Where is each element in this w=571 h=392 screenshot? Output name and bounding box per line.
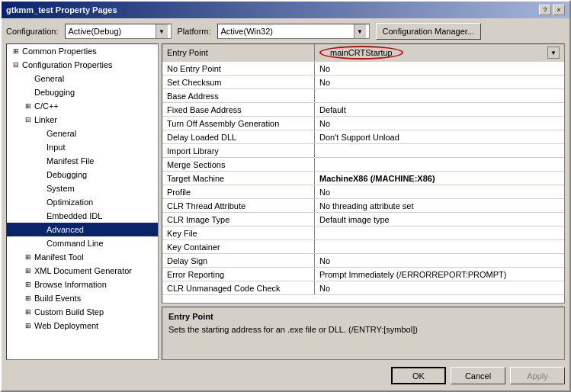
prop-row-base-address[interactable]: Base Address bbox=[162, 89, 564, 103]
platform-value: Active(Win32) bbox=[221, 27, 354, 36]
tree-item-linker-system[interactable]: System bbox=[7, 182, 158, 195]
apply-button[interactable]: Apply bbox=[510, 367, 565, 384]
prop-row-merge-sections[interactable]: Merge Sections bbox=[162, 158, 564, 172]
help-button[interactable]: ? bbox=[539, 5, 551, 15]
tree-item-xml-doc-gen[interactable]: ⊞XML Document Generator bbox=[7, 264, 158, 278]
tree-item-cpp[interactable]: ⊞C/C++ bbox=[7, 99, 158, 113]
expand-icon bbox=[34, 223, 47, 236]
prop-row-key-file[interactable]: Key File bbox=[162, 227, 564, 240]
prop-name-delay-loaded-dll: Delay Loaded DLL bbox=[162, 130, 315, 143]
tree-item-config-props[interactable]: ⊟Configuration Properties bbox=[7, 58, 158, 72]
prop-dropdown-arrow[interactable]: ▼ bbox=[547, 47, 560, 59]
expand-icon bbox=[34, 182, 47, 194]
tree-item-label: Advanced bbox=[47, 225, 84, 234]
title-bar-controls: ? × bbox=[539, 5, 565, 15]
prop-row-no-entry-point[interactable]: No Entry PointNo bbox=[162, 62, 564, 76]
prop-value-key-container bbox=[315, 240, 564, 253]
expand-icon: ⊞ bbox=[22, 265, 34, 277]
prop-row-profile[interactable]: ProfileNo bbox=[162, 185, 564, 199]
tree-item-general[interactable]: General bbox=[7, 72, 158, 85]
expand-icon: ⊞ bbox=[10, 45, 22, 57]
prop-value-base-address bbox=[315, 89, 564, 102]
tree-item-label: Web Deployment bbox=[34, 321, 98, 330]
prop-name-error-reporting: Error Reporting bbox=[162, 268, 315, 281]
prop-name-entry-point: Entry Point bbox=[162, 44, 315, 61]
tree-item-linker-input[interactable]: Input bbox=[7, 140, 158, 154]
prop-row-entry-point[interactable]: Entry PointmainCRTStartup▼ bbox=[162, 44, 564, 62]
tree-item-label: Debugging bbox=[47, 170, 87, 179]
tree-item-build-events[interactable]: ⊞Build Events bbox=[7, 291, 158, 305]
prop-row-key-container[interactable]: Key Container bbox=[162, 240, 564, 254]
tree-item-manifest-tool[interactable]: ⊞Manifest Tool bbox=[7, 250, 158, 264]
tree-panel: ⊞Common Properties⊟Configuration Propert… bbox=[6, 43, 159, 360]
tree-item-linker-advanced[interactable]: Advanced bbox=[7, 223, 158, 236]
tree-item-label: C/C++ bbox=[34, 101, 59, 111]
prop-name-key-file: Key File bbox=[162, 227, 315, 239]
title-bar: gtkmm_test Property Pages ? × bbox=[2, 2, 569, 18]
prop-row-delay-sign[interactable]: Delay SignNo bbox=[162, 254, 564, 268]
tree-item-label: System bbox=[47, 184, 75, 193]
prop-value-entry-point[interactable]: mainCRTStartup▼ bbox=[315, 44, 564, 61]
platform-dropdown[interactable]: Active(Win32) ▼ bbox=[217, 24, 370, 39]
description-panel: Entry Point Sets the starting address fo… bbox=[162, 307, 565, 360]
prop-name-no-entry-point: No Entry Point bbox=[162, 62, 315, 75]
tree-item-label: XML Document Generator bbox=[34, 266, 132, 275]
expand-icon bbox=[34, 237, 47, 249]
platform-dropdown-arrow: ▼ bbox=[354, 24, 366, 38]
tree-item-label: General bbox=[47, 129, 76, 138]
cancel-button[interactable]: Cancel bbox=[451, 367, 505, 384]
tree-item-linker-optimization[interactable]: Optimization bbox=[7, 195, 158, 209]
tree-item-browse-info[interactable]: ⊞Browse Information bbox=[7, 278, 158, 291]
prop-name-profile: Profile bbox=[162, 185, 315, 198]
prop-row-clr-thread[interactable]: CLR Thread AttributeNo threading attribu… bbox=[162, 199, 564, 213]
prop-row-set-checksum[interactable]: Set ChecksumNo bbox=[162, 76, 564, 89]
tree-item-label: Input bbox=[47, 143, 65, 152]
close-button[interactable]: × bbox=[553, 5, 565, 15]
tree-item-linker[interactable]: ⊟Linker bbox=[7, 113, 158, 127]
prop-row-delay-loaded-dll[interactable]: Delay Loaded DLLDon't Support Unload bbox=[162, 130, 564, 144]
right-panel: Entry PointmainCRTStartup▼No Entry Point… bbox=[162, 43, 565, 360]
prop-row-target-machine[interactable]: Target MachineMachineX86 (/MACHINE:X86) bbox=[162, 172, 564, 185]
prop-name-clr-image-type: CLR Image Type bbox=[162, 213, 315, 226]
tree-item-common-props[interactable]: ⊞Common Properties bbox=[7, 44, 158, 58]
prop-row-fixed-base-address[interactable]: Fixed Base AddressDefault bbox=[162, 103, 564, 117]
expand-icon: ⊞ bbox=[22, 306, 34, 318]
prop-row-turn-off-assembly[interactable]: Turn Off Assembly GenerationNo bbox=[162, 117, 564, 130]
config-value: Active(Debug) bbox=[69, 27, 156, 36]
prop-name-merge-sections: Merge Sections bbox=[162, 158, 315, 171]
expand-icon bbox=[34, 141, 47, 153]
tree-item-linker-general[interactable]: General bbox=[7, 127, 158, 140]
tree-item-web-deploy[interactable]: ⊞Web Deployment bbox=[7, 319, 158, 333]
tree-item-linker-cmdline[interactable]: Command Line bbox=[7, 236, 158, 250]
desc-title: Entry Point bbox=[168, 312, 558, 321]
tree-item-debugging[interactable]: Debugging bbox=[7, 85, 158, 99]
prop-row-clr-unmanaged[interactable]: CLR Unmanaged Code CheckNo bbox=[162, 281, 564, 295]
tree-item-custom-build[interactable]: ⊞Custom Build Step bbox=[7, 305, 158, 319]
prop-name-key-container: Key Container bbox=[162, 240, 315, 253]
expand-icon bbox=[34, 127, 47, 140]
tree-item-linker-debugging[interactable]: Debugging bbox=[7, 168, 158, 182]
expand-icon bbox=[22, 86, 34, 98]
expand-icon: ⊟ bbox=[22, 114, 34, 126]
ok-button[interactable]: OK bbox=[391, 367, 446, 384]
entry-point-value-circled: mainCRTStartup bbox=[319, 46, 403, 59]
tree-item-label: Linker bbox=[34, 115, 57, 124]
prop-value-target-machine: MachineX86 (/MACHINE:X86) bbox=[315, 172, 564, 185]
tree-item-linker-embedded-idl[interactable]: Embedded IDL bbox=[7, 209, 158, 223]
config-dropdown[interactable]: Active(Debug) ▼ bbox=[65, 24, 172, 39]
prop-value-profile: No bbox=[315, 185, 564, 198]
tree-item-linker-manifest[interactable]: Manifest File bbox=[7, 154, 158, 168]
config-manager-button[interactable]: Configuration Manager... bbox=[376, 23, 481, 40]
prop-value-delay-sign: No bbox=[315, 254, 564, 267]
prop-row-error-reporting[interactable]: Error ReportingPrompt Immediately (/ERRO… bbox=[162, 268, 564, 281]
prop-row-import-library[interactable]: Import Library bbox=[162, 144, 564, 158]
prop-row-clr-image-type[interactable]: CLR Image TypeDefault image type bbox=[162, 213, 564, 227]
tree-item-label: Command Line bbox=[47, 239, 104, 248]
desc-text: Sets the starting address for an .exe fi… bbox=[168, 324, 558, 336]
tree-item-label: Browse Information bbox=[34, 280, 107, 289]
tree-item-label: Manifest Tool bbox=[34, 252, 84, 262]
expand-icon: ⊟ bbox=[10, 59, 22, 71]
prop-value-fixed-base-address: Default bbox=[315, 103, 564, 116]
config-label: Configuration: bbox=[6, 27, 59, 36]
prop-name-set-checksum: Set Checksum bbox=[162, 76, 315, 88]
